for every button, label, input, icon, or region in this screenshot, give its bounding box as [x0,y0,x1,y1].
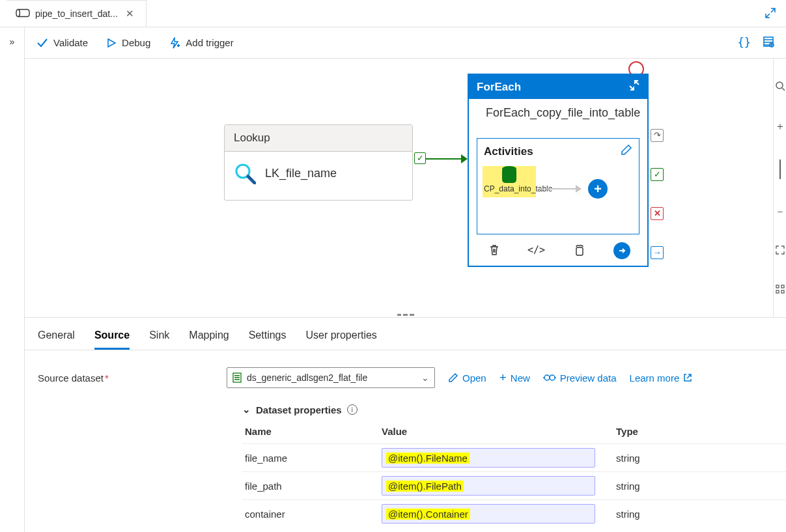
zoom-search-icon[interactable] [775,81,785,94]
zoom-in-icon[interactable]: ＋ [775,120,785,133]
table-row: file_name @item().FileName string [242,444,786,472]
activities-label: Activities [484,145,533,158]
svg-rect-17 [234,379,240,380]
svg-rect-13 [781,290,784,293]
collapse-icon[interactable] [629,80,639,94]
svg-point-9 [776,82,783,89]
col-type: Type [613,421,786,444]
learn-more-link[interactable]: Learn more [630,372,693,384]
trigger-icon [169,37,180,49]
external-link-icon [683,373,692,382]
copy-activity[interactable]: CP_data_into_table [483,166,536,197]
foreach-header: ForEach [477,81,521,94]
panel-resize-grip[interactable] [397,314,414,317]
lookup-header: Lookup [225,125,412,152]
properties-icon[interactable] [763,36,774,50]
delete-icon[interactable] [486,242,502,258]
search-icon [234,162,256,184]
expand-icon[interactable] [765,8,776,21]
canvas-tools: ＋ － [773,59,786,317]
pipeline-icon [16,8,30,20]
inner-connector [540,188,576,189]
info-icon[interactable]: i [347,404,358,415]
debug-button[interactable]: Debug [106,37,150,48]
tab-bar: pipe_to_insert_dat... ✕ [0,0,786,27]
success-port-icon[interactable]: ✓ [651,168,664,181]
retry-port-icon[interactable]: ↷ [651,129,664,142]
tab-general[interactable]: General [38,329,75,350]
foreach-activity[interactable]: ForEach ForEach_copy_file_into_table Act… [468,74,649,267]
svg-rect-8 [576,247,583,255]
svg-rect-11 [781,285,784,288]
new-dataset-button[interactable]: + New [499,371,530,385]
layout-icon[interactable] [775,284,785,297]
lookup-activity[interactable]: Lookup LK_file_name [224,124,413,201]
pencil-icon [448,372,458,383]
code-icon[interactable]: </> [529,242,544,258]
lookup-name: LK_file_name [265,167,337,180]
clone-icon[interactable] [571,242,587,258]
foreach-output-ports: ↷ ✓ ✕ → [651,129,664,259]
svg-point-0 [16,9,20,16]
add-trigger-button[interactable]: Add trigger [169,37,233,49]
dataset-properties-header[interactable]: ⌄ Dataset properties i [25,395,786,421]
chevron-down-icon: ⌄ [242,404,251,415]
plus-icon: + [499,371,507,385]
source-dataset-select[interactable]: ds_generic_adlsgen2_flat_file ⌄ [227,367,435,388]
collapse-panel-button[interactable]: » [0,27,25,532]
zoom-bar-icon[interactable] [779,160,781,179]
play-icon [106,38,117,48]
failure-port-icon[interactable]: ✕ [651,207,664,220]
open-dataset-button[interactable]: Open [448,372,486,384]
svg-rect-12 [776,290,779,293]
tab-source[interactable]: Source [94,329,130,350]
check-icon [36,37,48,49]
copy-data-icon [502,169,516,183]
source-dataset-label: Source dataset* [38,372,214,384]
inner-activities-container[interactable]: Activities CP_data_into_table + [477,138,639,234]
param-value-input[interactable]: @item().FileName [382,448,595,468]
fit-icon[interactable] [775,245,785,258]
connector-arrow-icon [461,154,468,163]
dataset-properties-table: Name Value Type file_name @item().FileNa… [242,421,786,527]
zoom-out-icon[interactable]: － [775,205,785,219]
run-icon[interactable] [613,242,630,259]
connector-line [426,158,465,160]
edit-icon[interactable] [621,144,632,159]
tab-settings[interactable]: Settings [249,329,287,350]
tab-mapping[interactable]: Mapping [189,329,229,350]
svg-rect-16 [234,377,240,378]
svg-point-19 [550,375,555,380]
table-row: file_path @item().FilePath string [242,472,786,500]
success-connector-icon[interactable]: ✓ [414,152,426,164]
col-name: Name [242,421,379,444]
code-icon[interactable]: {} [738,36,751,50]
svg-point-18 [544,375,550,380]
add-activity-button[interactable]: + [588,179,608,199]
tab-sink[interactable]: Sink [149,329,169,350]
close-icon[interactable]: ✕ [123,8,137,20]
tab-title: pipe_to_insert_dat... [35,8,118,19]
preview-data-button[interactable]: Preview data [543,372,617,384]
panel-tabs: General Source Sink Mapping Settings Use… [25,318,786,350]
completion-port-icon[interactable]: → [651,246,664,259]
pipeline-tab[interactable]: pipe_to_insert_dat... ✕ [7,0,147,27]
col-value: Value [379,421,613,444]
foreach-name: ForEach_copy_file_into_table [486,105,640,120]
dataset-icon [232,372,242,383]
validate-button[interactable]: Validate [36,37,88,49]
pipeline-canvas[interactable]: Lookup LK_file_name ✓ ForEach [25,59,786,318]
preview-icon [543,373,556,382]
tab-user-properties[interactable]: User properties [305,329,376,350]
properties-panel: General Source Sink Mapping Settings Use… [25,318,786,532]
param-value-input[interactable]: @item().Container [382,504,595,524]
svg-rect-10 [776,285,779,288]
param-value-input[interactable]: @item().FilePath [382,476,595,496]
table-row: container @item().Container string [242,500,786,528]
pipeline-toolbar: Validate Debug Add trigger {} [25,27,786,59]
svg-rect-15 [234,375,240,376]
chevron-down-icon: ⌄ [421,372,429,383]
